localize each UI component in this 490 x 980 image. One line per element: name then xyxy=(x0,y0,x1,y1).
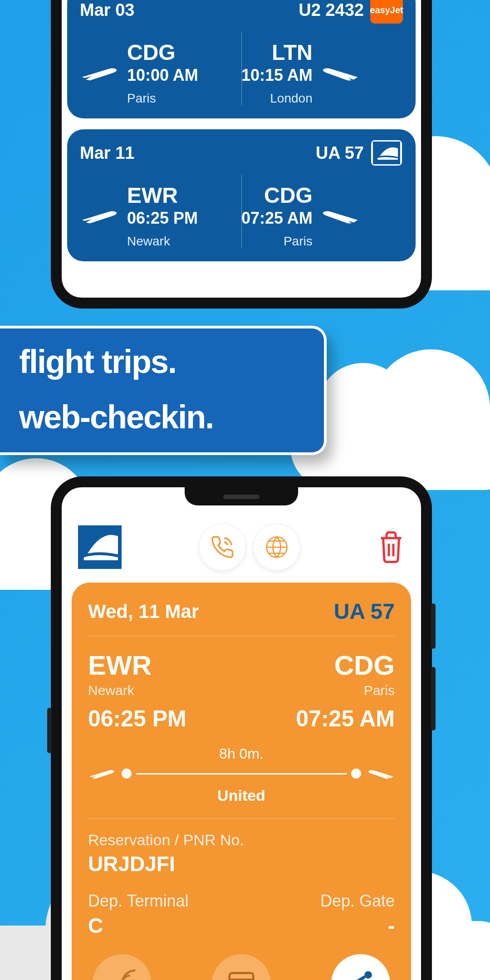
phone-bottom: Wed, 11 Mar UA 57 EWR Newark 06:25 PM CD… xyxy=(51,476,432,980)
plane-landing-icon xyxy=(319,64,360,82)
ticket-arr-airport: CDG xyxy=(334,650,395,681)
ticket-flightno: UA 57 xyxy=(334,599,395,624)
svg-point-5 xyxy=(364,971,372,979)
terminal-value: C xyxy=(88,913,241,938)
globe-icon xyxy=(265,535,289,559)
ticket-duration: 8h 0m. xyxy=(219,745,264,762)
web-button[interactable] xyxy=(253,524,300,571)
gate-label: Dep. Gate xyxy=(241,892,395,911)
ticket-dep-airport: EWR xyxy=(88,650,186,681)
ticket-dep-city: Newark xyxy=(88,683,186,698)
overlay-line2: web-checkin. xyxy=(19,400,305,435)
card1-arr-city: London xyxy=(270,91,312,106)
card2-arr-airport: CDG xyxy=(264,183,313,208)
phone-bottom-screen: Wed, 11 Mar UA 57 EWR Newark 06:25 PM CD… xyxy=(62,487,421,980)
overlay-line1: flight trips. xyxy=(19,345,305,379)
card2-arr-city: Paris xyxy=(284,234,313,249)
ticket-arr-city: Paris xyxy=(364,683,395,698)
phone-icon xyxy=(210,535,235,559)
phone-top: Mar 03 U2 2432 easyJet CDG 10:00 AM Pari… xyxy=(51,0,432,309)
card2-dep-city: Newark xyxy=(127,234,198,249)
plane-landing-icon xyxy=(366,767,395,780)
plane-takeoff-icon xyxy=(88,767,117,780)
card2-date: Mar 11 xyxy=(80,143,134,163)
ticket-dep-time: 06:25 PM xyxy=(88,706,186,732)
card1-date: Mar 03 xyxy=(80,0,134,20)
plane-takeoff-icon xyxy=(80,64,121,82)
plane-takeoff-icon xyxy=(80,207,121,225)
radar-fab[interactable] xyxy=(93,954,152,980)
united-airline-logo xyxy=(78,525,122,569)
plane-landing-icon xyxy=(319,207,360,225)
delete-button[interactable] xyxy=(377,529,405,565)
document-icon xyxy=(225,968,257,980)
call-button[interactable] xyxy=(199,524,246,571)
ticket-date: Wed, 11 Mar xyxy=(88,601,199,622)
phone-notch xyxy=(185,487,298,505)
share-icon xyxy=(346,969,376,980)
radar-icon xyxy=(106,968,138,980)
detail-toolbar xyxy=(62,514,421,580)
card2-dep-airport: EWR xyxy=(127,183,198,208)
flight-card-2[interactable]: Mar 11 UA 57 EWR 06:25 PM Newark xyxy=(67,129,416,261)
gate-value: - xyxy=(241,913,395,938)
card2-arr-time: 07:25 AM xyxy=(241,209,313,228)
card2-flightno: UA 57 xyxy=(316,143,364,163)
ticket-detail: Wed, 11 Mar UA 57 EWR Newark 06:25 PM CD… xyxy=(72,583,411,980)
united-logo xyxy=(370,139,403,167)
card1-dep-time: 10:00 AM xyxy=(127,66,198,85)
easyjet-logo: easyJet xyxy=(370,0,403,24)
boarding-fab[interactable] xyxy=(212,954,271,980)
promo-overlay: flight trips. web-checkin. xyxy=(0,326,327,455)
card2-dep-time: 06:25 PM xyxy=(127,209,198,228)
terminal-label: Dep. Terminal xyxy=(88,892,241,911)
pnr-label: Reservation / PNR No. xyxy=(88,831,395,849)
card1-dep-city: Paris xyxy=(127,91,198,106)
ticket-arr-time: 07:25 AM xyxy=(296,706,395,732)
ticket-airline: United xyxy=(217,787,265,804)
phone-top-screen: Mar 03 U2 2432 easyJet CDG 10:00 AM Pari… xyxy=(62,0,421,298)
card1-arr-airport: LTN xyxy=(272,40,313,65)
flight-card-1[interactable]: Mar 03 U2 2432 easyJet CDG 10:00 AM Pari… xyxy=(67,0,416,118)
pnr-value: URJDJFI xyxy=(88,852,395,876)
share-fab[interactable] xyxy=(331,954,390,980)
card1-dep-airport: CDG xyxy=(127,40,198,65)
card1-flightno: U2 2432 xyxy=(299,0,364,20)
card1-arr-time: 10:15 AM xyxy=(241,66,313,85)
